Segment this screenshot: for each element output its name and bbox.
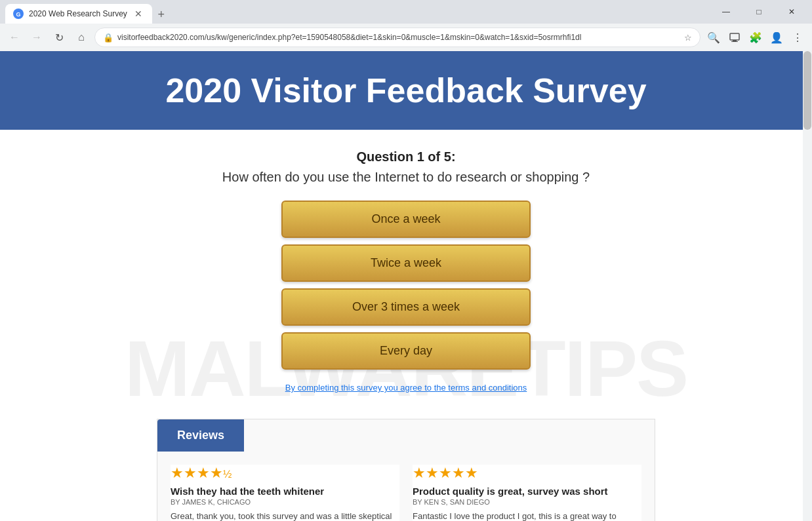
address-bar: ← → ↻ ⌂ 🔒 visitorfeedback2020.com/us/kw/… (0, 24, 812, 51)
tab-bar: G 2020 Web Research Survey ✕ + (5, 0, 706, 24)
svg-text:G: G (16, 11, 20, 18)
survey-body: MALWARETIPS Question 1 of 5: How often d… (0, 130, 812, 521)
review-2-author: BY KEN S, SAN DIEGO (413, 498, 641, 506)
reviews-grid: ★★★★½ Wish they had the teeth whitener B… (157, 452, 655, 521)
reviews-section: Reviews ★★★★½ Wish they had the teeth wh… (157, 419, 655, 521)
review-1-stars: ★★★★½ (171, 465, 399, 482)
svg-rect-2 (730, 33, 739, 40)
profile-icon[interactable]: 👤 (767, 28, 786, 47)
survey-header-title: 2020 Visitor Feedback Survey (13, 71, 799, 110)
review-2-stars: ★★★★★ (413, 465, 641, 482)
browser-frame: G 2020 Web Research Survey ✕ + — □ ✕ ← →… (0, 0, 812, 51)
zoom-icon[interactable]: 🔍 (704, 28, 723, 47)
window-controls: — □ ✕ (711, 0, 807, 24)
terms-link[interactable]: By completing this survey you agree to t… (285, 383, 527, 393)
url-display: visitorfeedback2020.com/us/kw/generic/in… (117, 33, 680, 42)
svg-rect-4 (731, 41, 738, 42)
title-bar: G 2020 Web Research Survey ✕ + — □ ✕ (0, 0, 812, 24)
review-card-1: ★★★★½ Wish they had the teeth whitener B… (171, 465, 399, 521)
option-once-a-week[interactable]: Once a week (281, 201, 531, 238)
option-every-day[interactable]: Every day (281, 332, 531, 370)
active-tab[interactable]: G 2020 Web Research Survey ✕ (5, 4, 152, 24)
forward-button[interactable]: → (28, 28, 46, 47)
maximize-button[interactable]: □ (744, 0, 774, 24)
tab-close-button[interactable]: ✕ (132, 8, 144, 20)
tab-title: 2020 Web Research Survey (29, 9, 127, 18)
lock-icon: 🔒 (103, 33, 113, 43)
menu-icon[interactable]: ⋮ (788, 28, 807, 47)
scrollbar[interactable] (803, 51, 812, 521)
svg-rect-3 (733, 40, 737, 41)
reviews-tab: Reviews (157, 419, 244, 452)
question-text: How often do you use the Internet to do … (222, 170, 590, 185)
extensions-icon[interactable]: 🧩 (746, 28, 765, 47)
review-1-author: BY JAMES K, CHICAGO (171, 498, 399, 506)
review-2-title: Product quality is great, survey was sho… (413, 486, 641, 497)
survey-header: 2020 Visitor Feedback Survey (0, 51, 812, 130)
omnibox[interactable]: 🔒 visitorfeedback2020.com/us/kw/generic/… (94, 28, 700, 47)
review-1-title: Wish they had the teeth whitener (171, 486, 399, 497)
new-tab-button[interactable]: + (152, 5, 171, 24)
review-2-text: Fantastic I love the product I got, this… (413, 510, 641, 521)
screenshot-icon[interactable] (725, 28, 744, 47)
refresh-button[interactable]: ↻ (50, 28, 68, 47)
close-button[interactable]: ✕ (777, 0, 807, 24)
question-label: Question 1 of 5: (356, 149, 455, 164)
page-content: 2020 Visitor Feedback Survey MALWARETIPS… (0, 51, 812, 521)
bookmark-icon[interactable]: ☆ (684, 33, 692, 43)
review-card-2: ★★★★★ Product quality is great, survey w… (413, 465, 641, 521)
tab-favicon: G (13, 9, 24, 19)
home-button[interactable]: ⌂ (72, 28, 91, 47)
option-over-3-times[interactable]: Over 3 times a week (281, 288, 531, 326)
review-1-text: Great, thank you, took this survey and w… (171, 510, 399, 521)
scrollbar-thumb[interactable] (803, 51, 811, 130)
survey-options: Once a week Twice a week Over 3 times a … (281, 201, 531, 370)
toolbar-icons: 🔍 🧩 👤 ⋮ (704, 28, 807, 47)
minimize-button[interactable]: — (711, 0, 741, 24)
option-twice-a-week[interactable]: Twice a week (281, 244, 531, 282)
back-button[interactable]: ← (5, 28, 24, 47)
